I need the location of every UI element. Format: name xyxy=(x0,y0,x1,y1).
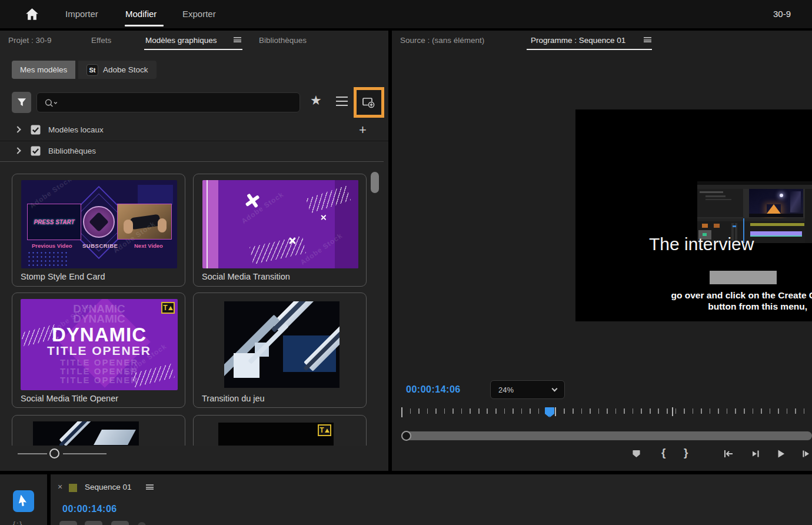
horizontal-scrollbar[interactable] xyxy=(401,431,812,440)
vertical-scrollbar-thumb[interactable] xyxy=(371,172,379,193)
program-time-ruler[interactable] xyxy=(401,407,812,420)
zoom-level-value: 24% xyxy=(498,386,514,394)
tools-panel: {:} xyxy=(0,474,47,525)
timeline-toggle-button-partial[interactable] xyxy=(111,521,129,525)
panel-menu-icon[interactable] xyxy=(644,37,651,42)
template-thumbnail: T xyxy=(218,423,334,446)
home-icon xyxy=(25,8,39,21)
template-title: Transition du jeu xyxy=(202,394,265,403)
tab-libraries[interactable]: Bibliothèques xyxy=(259,36,307,45)
mark-in-button[interactable]: { xyxy=(661,446,665,459)
thumbnail-zoom-track-right xyxy=(63,453,107,454)
video-redacted-box xyxy=(710,271,777,284)
thumb-next-video-label: Next Video xyxy=(134,242,163,249)
template-thumbnail: Adobe Stock Adobe Stock xyxy=(202,180,358,268)
graphics-templates-panel: Projet : 30-9 Effets Modèles graphiques … xyxy=(0,31,388,471)
template-card[interactable]: Adobe Stock Adobe Stock Social Media Tra… xyxy=(193,174,367,287)
add-folder-icon[interactable]: + xyxy=(359,124,367,137)
panel-menu-icon[interactable] xyxy=(146,484,154,490)
caption-line: button from this menu, xyxy=(615,301,812,312)
tab-modifier[interactable]: Modifier xyxy=(125,9,157,19)
thumb-press-start-label: PRESS START xyxy=(34,219,74,225)
premiere-pro-window: Importer Modifier Exporter 30-9 Projet :… xyxy=(0,0,812,525)
expand-chevron-icon[interactable] xyxy=(14,126,21,132)
template-card[interactable]: PRESS START Previous Video SUBSCRIBE Nex… xyxy=(12,174,185,287)
template-thumbnail xyxy=(224,301,340,388)
zoom-level-dropdown[interactable]: 24% xyxy=(490,380,565,399)
search-field-wrap xyxy=(36,92,300,112)
step-forward-icon xyxy=(801,448,811,459)
template-title: Social Media Title Opener xyxy=(21,394,118,403)
playhead-icon[interactable] xyxy=(544,407,555,418)
thumb-title-line2: TITLE OPENER xyxy=(21,344,178,358)
favorites-star-icon[interactable]: ★ xyxy=(310,94,322,107)
step-forward-button[interactable] xyxy=(799,447,812,460)
tab-program-monitor[interactable]: Programme : Sequence 01 xyxy=(531,36,625,45)
timeline-toggle-button-partial[interactable] xyxy=(59,521,77,525)
folder-row-libraries[interactable]: Bibliothèques xyxy=(0,142,388,161)
my-templates-toggle[interactable]: Mes modèles xyxy=(12,61,75,79)
divider xyxy=(0,161,384,162)
adobe-stock-label: Adobe Stock xyxy=(103,65,148,74)
close-tab-icon[interactable]: × xyxy=(58,482,62,491)
go-to-in-icon xyxy=(723,448,734,459)
template-card-partial[interactable]: T xyxy=(193,415,367,446)
timeline-knob-partial[interactable] xyxy=(138,522,146,525)
thumbnail-zoom-slider-handle[interactable] xyxy=(49,448,59,458)
timeline-timecode[interactable]: 00:00:14:06 xyxy=(62,504,117,514)
new-item-button-highlighted[interactable] xyxy=(354,87,384,118)
template-title: Social Media Transition xyxy=(202,272,290,281)
step-back-icon xyxy=(750,448,761,459)
folder-label: Bibliothèques xyxy=(48,147,96,155)
tab-graphic-templates[interactable]: Modèles graphiques xyxy=(145,36,217,45)
divider xyxy=(0,141,388,141)
checkbox-checked-icon[interactable] xyxy=(31,125,41,135)
folder-row-local-templates[interactable]: Modèles locaux + xyxy=(0,121,388,140)
selection-tool-button[interactable] xyxy=(13,490,34,512)
project-name-badge: 30-9 xyxy=(773,9,791,19)
program-video-frame: The interview go over and click on the C… xyxy=(575,109,812,321)
active-tab-underline xyxy=(125,25,164,26)
panel-menu-icon[interactable] xyxy=(234,37,241,42)
template-title: Stomp Style End Card xyxy=(21,272,105,281)
checkbox-checked-icon[interactable] xyxy=(31,146,41,156)
new-item-icon xyxy=(362,97,376,109)
filter-button[interactable] xyxy=(12,92,31,113)
template-card[interactable]: Transition du jeu xyxy=(193,293,367,408)
expand-chevron-icon[interactable] xyxy=(14,147,21,154)
tab-effects[interactable]: Effets xyxy=(91,36,111,45)
template-thumbnail: PRESS START Previous Video SUBSCRIBE Nex… xyxy=(21,180,177,268)
thumb-subscribe-label: SUBSCRIBE xyxy=(82,242,118,249)
video-caption-text: go over and click on the Create C button… xyxy=(615,290,812,312)
tool-partial-icon[interactable]: {:} xyxy=(13,520,23,525)
tab-project[interactable]: Projet : 30-9 xyxy=(8,36,52,45)
tab-exporter[interactable]: Exporter xyxy=(182,9,216,19)
mogrt-text-badge: T xyxy=(161,302,175,314)
search-input[interactable] xyxy=(63,95,292,109)
ghost-text: DYNAMIC xyxy=(21,314,178,324)
add-marker-button[interactable] xyxy=(630,447,643,460)
templates-grid: PRESS START Previous Video SUBSCRIBE Nex… xyxy=(0,167,388,446)
sort-list-icon[interactable] xyxy=(336,97,348,106)
go-to-in-button[interactable] xyxy=(721,447,736,460)
timeline-tab-label[interactable]: Sequence 01 xyxy=(85,483,132,491)
template-thumbnail: DYNAMIC DYNAMIC DYNAMIC TITLE OPENER TIT… xyxy=(21,299,178,390)
play-button[interactable] xyxy=(773,446,788,461)
scrollbar-left-handle[interactable] xyxy=(401,431,411,441)
program-timecode[interactable]: 00:00:14:06 xyxy=(406,384,461,395)
tab-source-monitor[interactable]: Source : (sans élément) xyxy=(400,36,484,45)
step-back-button[interactable] xyxy=(748,447,763,460)
template-card-partial[interactable] xyxy=(12,415,185,446)
chevron-down-icon xyxy=(552,386,558,392)
timeline-toggle-button-partial[interactable] xyxy=(85,521,102,525)
home-button[interactable] xyxy=(24,6,40,22)
timeline-panel: × Sequence 01 00:00:14:06 xyxy=(51,474,812,525)
top-bar: Importer Modifier Exporter 30-9 xyxy=(0,0,812,28)
play-icon xyxy=(775,448,787,460)
template-card[interactable]: DYNAMIC DYNAMIC DYNAMIC TITLE OPENER TIT… xyxy=(12,293,185,408)
thumb-previous-video-label: Previous Video xyxy=(32,242,72,249)
template-thumbnail xyxy=(33,421,139,446)
adobe-stock-toggle[interactable]: St Adobe Stock xyxy=(78,61,157,79)
mark-out-button[interactable]: } xyxy=(684,446,688,459)
tab-importer[interactable]: Importer xyxy=(65,9,98,19)
